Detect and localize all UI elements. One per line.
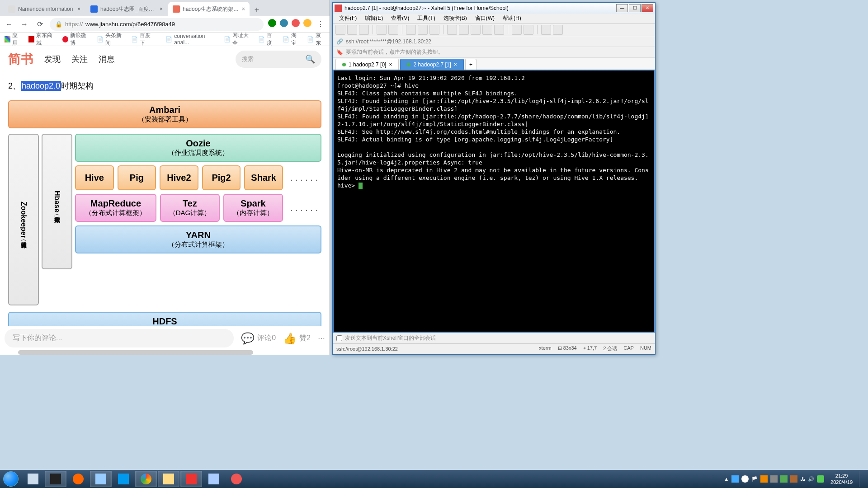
terminal[interactable]: Last login: Sun Apr 19 21:19:02 2020 fro… — [333, 70, 655, 333]
new-session-tab[interactable]: + — [465, 59, 476, 70]
menu-view[interactable]: 查看(V) — [387, 14, 413, 23]
like-button[interactable]: 👍赞2 — [283, 332, 311, 345]
taskbar-item[interactable] — [158, 471, 179, 487]
bookmark-item[interactable]: 📄conversation anal... — [165, 33, 217, 46]
toolbar-button[interactable] — [359, 25, 369, 35]
toolbar-button[interactable] — [471, 25, 481, 35]
extension-icon[interactable] — [292, 19, 300, 27]
close-icon[interactable]: × — [389, 61, 392, 68]
toolbar-button[interactable] — [482, 25, 492, 35]
taskbar-item[interactable] — [203, 471, 225, 487]
bookmark-item[interactable]: 📄头条新闻 — [97, 32, 125, 47]
tray-icon[interactable] — [780, 475, 788, 483]
window-title-bar[interactable]: hadoop2.7 [1] - root@hadoop27:~ - Xshell… — [333, 3, 655, 14]
toolbar-button[interactable] — [494, 25, 504, 35]
browser-tab[interactable]: Namenode information× — [4, 2, 85, 16]
menu-tools[interactable]: 工具(T) — [414, 14, 439, 23]
toolbar-button[interactable] — [406, 25, 416, 35]
bookmark-item[interactable]: 📄网址大全 — [224, 32, 252, 47]
menu-help[interactable]: 帮助(H) — [499, 14, 525, 23]
menu-button[interactable]: ⋮ — [315, 19, 326, 30]
close-icon[interactable]: × — [160, 6, 163, 12]
taskbar-item[interactable] — [67, 471, 89, 487]
comments-button[interactable]: 💬评论0 — [241, 332, 276, 345]
toolbar-button[interactable] — [418, 25, 428, 35]
tray-icon[interactable] — [731, 475, 739, 483]
tray-icon[interactable] — [790, 475, 797, 483]
taskbar-item[interactable] — [135, 471, 157, 487]
volume-icon[interactable]: 🔊 — [808, 476, 814, 482]
toolbar-button[interactable] — [459, 25, 469, 35]
extension-icon[interactable] — [303, 19, 311, 27]
browser-tab[interactable]: hadoop生态圈_百度搜索× — [86, 2, 167, 16]
bookmark-icon[interactable]: 🔖 — [336, 49, 343, 56]
taskbar-item[interactable] — [113, 471, 134, 487]
nav-link[interactable]: 消息 — [99, 54, 115, 65]
bookmark-item[interactable]: 📄淘宝 — [283, 32, 301, 47]
toolbar-button[interactable] — [524, 25, 533, 35]
session-tab[interactable]: 1 hadoop2.7 [0] × — [335, 59, 399, 70]
taskbar-item[interactable] — [22, 471, 44, 487]
clock[interactable]: 21:29 2020/4/19 — [827, 473, 856, 485]
nav-link[interactable]: 发现 — [44, 54, 61, 65]
tray-icon[interactable] — [760, 475, 768, 483]
broadcast-input[interactable]: 发送文本到当前Xshell窗口的全部会话 — [333, 333, 655, 343]
toolbar-button[interactable] — [347, 25, 357, 35]
toolbar-button[interactable] — [512, 25, 522, 35]
toolbar-button[interactable] — [429, 25, 439, 35]
search-icon[interactable]: 🔍 — [305, 54, 315, 64]
tray-icon[interactable]: 🏳️ — [751, 476, 758, 482]
taskbar-item[interactable] — [90, 471, 112, 487]
taskbar-item[interactable] — [226, 471, 247, 487]
new-tab-button[interactable]: + — [250, 4, 263, 16]
horizontal-scrollbar[interactable] — [18, 350, 253, 355]
toolbar-button[interactable] — [377, 25, 387, 35]
maximize-button[interactable]: ☐ — [629, 4, 641, 12]
minimize-button[interactable]: — — [616, 4, 628, 12]
browser-tab-active[interactable]: hadoop生态系统的架构图（转× — [168, 2, 250, 16]
battery-icon[interactable] — [817, 475, 824, 483]
toolbar-button[interactable] — [388, 25, 398, 35]
menu-tabs[interactable]: 选项卡(B) — [440, 14, 471, 23]
extension-icon[interactable] — [280, 19, 288, 27]
session-tab-active[interactable]: 2 hadoop2.7 [1] × — [400, 59, 463, 70]
bookmark-item[interactable]: 📄京东 — [307, 32, 325, 47]
lock-icon: 🔒 — [55, 21, 62, 28]
forward-button[interactable]: → — [19, 19, 30, 30]
bookmark-item[interactable]: 📄百度一下 — [131, 32, 159, 47]
more-icon[interactable]: ⋯ — [318, 334, 325, 343]
toolbar-button[interactable] — [335, 25, 345, 35]
taskbar-item[interactable] — [45, 471, 66, 487]
close-icon[interactable]: × — [242, 6, 245, 12]
tray-arrow-icon[interactable]: ▲ — [724, 476, 729, 482]
toolbar-button[interactable] — [553, 25, 563, 35]
apps-button[interactable]: 应用 — [5, 32, 22, 47]
reload-button[interactable]: ⟳ — [34, 19, 45, 30]
tray-icon[interactable] — [770, 475, 778, 483]
taskbar-item[interactable] — [180, 471, 202, 487]
search-input[interactable]: 搜索 🔍 — [236, 51, 321, 68]
close-button[interactable]: ✕ — [642, 4, 653, 12]
menu-edit[interactable]: 编辑(E) — [361, 14, 387, 23]
ssh-address-bar[interactable]: 🔗 ssh://root:********@192.168.1.30:22 — [333, 36, 655, 47]
site-logo[interactable]: 简书 — [8, 51, 33, 68]
extension-icon[interactable] — [268, 19, 276, 27]
back-button[interactable]: ← — [4, 19, 14, 30]
network-icon[interactable]: 🖧 — [800, 476, 805, 482]
broadcast-checkbox[interactable] — [336, 335, 342, 341]
bookmark-item[interactable]: 📄百度 — [258, 32, 276, 47]
toolbar-button[interactable] — [541, 25, 551, 35]
toolbar-button[interactable] — [447, 25, 457, 35]
bookmark-item[interactable]: 京东商城 — [28, 32, 56, 47]
bookmark-item[interactable]: 新浪微博 — [62, 32, 90, 47]
url-input[interactable]: 🔒 https://www.jianshu.com/p/6e9476f98a49 — [50, 18, 264, 31]
nav-link[interactable]: 关注 — [71, 54, 88, 65]
start-button[interactable] — [0, 470, 22, 488]
close-icon[interactable]: × — [454, 61, 457, 68]
comment-input[interactable]: 写下你的评论... — [5, 329, 234, 347]
tray-icon[interactable] — [741, 475, 749, 483]
menu-window[interactable]: 窗口(W) — [472, 14, 498, 23]
close-icon[interactable]: × — [77, 6, 80, 12]
show-desktop-button[interactable] — [859, 471, 863, 487]
menu-file[interactable]: 文件(F) — [335, 14, 360, 23]
